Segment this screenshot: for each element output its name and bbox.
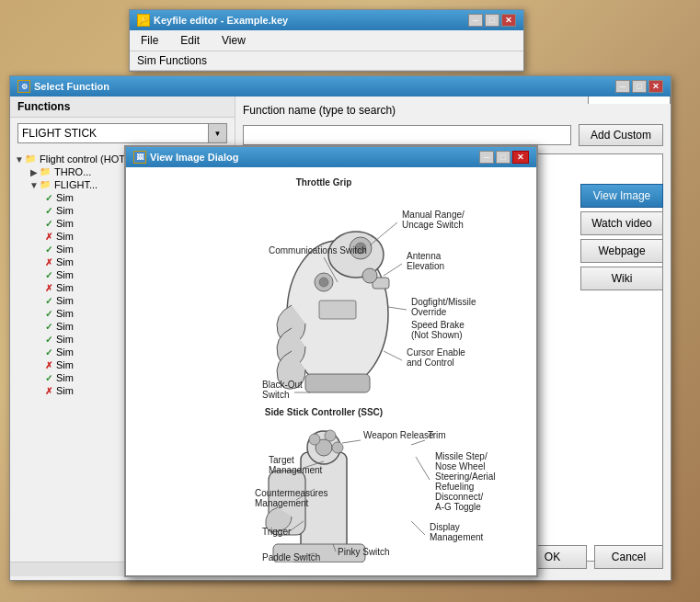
- tree-item-label: Sim: [56, 385, 74, 396]
- bottom-buttons: OK Cancel: [518, 545, 663, 569]
- search-input[interactable]: [243, 125, 571, 145]
- svg-text:Side Stick Controller (SSC): Side Stick Controller (SSC): [265, 407, 383, 417]
- keyfile-title: Keyfile editor - Example.key: [154, 15, 288, 26]
- tree-item-label: Sim: [56, 372, 74, 383]
- select-function-titlebar: ⚙ Select Function ─ □ ✕: [10, 76, 671, 97]
- status-check-icon: ✓: [43, 244, 54, 255]
- keyfile-titlebar: 🔑 Keyfile editor - Example.key ─ □ ✕: [130, 10, 523, 30]
- tree-item-label: Sim: [56, 282, 74, 293]
- svg-text:Black-Out: Black-Out: [262, 380, 303, 390]
- view-image-minimize-btn[interactable]: ─: [479, 151, 494, 164]
- tree-expand: ▼: [14, 154, 25, 165]
- watch-video-button[interactable]: Watch video: [580, 211, 663, 235]
- svg-text:Missile Step/: Missile Step/: [435, 451, 488, 461]
- svg-line-41: [342, 440, 361, 443]
- svg-text:Management: Management: [269, 465, 323, 475]
- tree-item-label: Sim: [56, 308, 74, 319]
- folder-icon: 📁: [40, 179, 52, 190]
- tree-expand: ▼: [29, 180, 40, 190]
- view-image-maximize-btn[interactable]: □: [496, 151, 511, 164]
- keyfile-win-controls: ─ □ ✕: [468, 14, 516, 27]
- keyfile-menubar: File Edit View: [130, 30, 523, 51]
- tree-item-label: Sim: [56, 269, 74, 280]
- status-x-icon: ✗: [43, 231, 54, 242]
- dropdown-arrow[interactable]: ▼: [209, 123, 227, 143]
- status-x-icon: ✗: [43, 282, 54, 293]
- svg-line-21: [388, 307, 407, 310]
- search-row: Function name (type to search): [243, 104, 663, 117]
- svg-text:Elevation: Elevation: [407, 261, 444, 271]
- svg-text:Manual Range/: Manual Range/: [402, 210, 465, 220]
- tree-item-label: Sim: [56, 205, 74, 216]
- status-check-icon: ✓: [43, 218, 54, 229]
- svg-rect-10: [305, 374, 370, 392]
- svg-text:Cursor Enable: Cursor Enable: [407, 347, 465, 358]
- status-check-icon: ✓: [43, 372, 54, 383]
- svg-text:Refueling: Refueling: [435, 482, 474, 492]
- svg-text:Disconnect/: Disconnect/: [435, 492, 483, 502]
- svg-text:Uncage Switch: Uncage Switch: [402, 220, 464, 230]
- keyfile-titlebar-left: 🔑 Keyfile editor - Example.key: [137, 14, 288, 27]
- tree-item-label: Sim: [56, 256, 74, 267]
- keyfile-menu-file[interactable]: File: [137, 32, 162, 49]
- keyfile-close-btn[interactable]: ✕: [501, 14, 516, 27]
- status-check-icon: ✓: [43, 321, 54, 332]
- svg-text:A-G Toggle: A-G Toggle: [435, 502, 481, 512]
- svg-rect-9: [319, 301, 356, 319]
- keyfile-minimize-btn[interactable]: ─: [468, 14, 483, 27]
- keyfile-menu-edit[interactable]: Edit: [177, 32, 203, 49]
- view-image-button[interactable]: View Image: [580, 184, 663, 208]
- status-x-icon: ✗: [43, 359, 54, 370]
- select-maximize-btn[interactable]: □: [632, 80, 647, 93]
- keyfile-icon: 🔑: [137, 14, 150, 27]
- add-custom-button[interactable]: Add Custom: [579, 124, 663, 146]
- svg-text:(Not Shown): (Not Shown): [411, 330, 463, 340]
- svg-text:Communications Switch: Communications Switch: [269, 245, 367, 256]
- svg-line-26: [384, 351, 402, 360]
- svg-text:Throttle Grip: Throttle Grip: [296, 177, 352, 187]
- select-function-title: Select Function: [34, 81, 109, 92]
- svg-text:Steering/Aerial: Steering/Aerial: [435, 471, 496, 482]
- svg-text:Speed Brake: Speed Brake: [411, 320, 465, 330]
- svg-point-8: [362, 268, 377, 283]
- svg-point-38: [325, 430, 336, 441]
- action-buttons-container: View Image Watch video Webpage Wiki: [580, 184, 663, 290]
- status-check-icon: ✓: [43, 192, 54, 203]
- functions-label: Functions: [10, 97, 235, 118]
- svg-text:Weapon Release: Weapon Release: [363, 430, 434, 440]
- status-check-icon: ✓: [43, 269, 54, 280]
- svg-text:Management: Management: [430, 532, 484, 542]
- status-check-icon: ✓: [43, 295, 54, 306]
- custom-tab[interactable]: Custom: [588, 97, 671, 104]
- svg-text:Pinky Switch: Pinky Switch: [338, 547, 390, 557]
- tree-item-label: Sim: [56, 244, 74, 255]
- svg-text:Switch: Switch: [262, 390, 289, 400]
- tree-item-label: Sim: [56, 334, 74, 345]
- view-image-content[interactable]: Throttle Grip: [126, 167, 536, 572]
- wiki-button[interactable]: Wiki: [580, 267, 663, 290]
- keyfile-menu-view[interactable]: View: [218, 32, 249, 49]
- select-close-btn[interactable]: ✕: [648, 80, 663, 93]
- folder-icon: 📁: [25, 153, 38, 165]
- tree-item-label: Sim: [56, 192, 74, 203]
- keyfile-maximize-btn[interactable]: □: [485, 14, 499, 27]
- status-check-icon: ✓: [43, 308, 54, 319]
- folder-icon: 📁: [40, 166, 52, 177]
- function-category-select[interactable]: FLIGHT STICK: [17, 123, 209, 143]
- view-image-titlebar: 🖼 View Image Dialog ─ □ ✕: [126, 147, 536, 167]
- view-image-close-btn[interactable]: ✕: [512, 151, 529, 164]
- svg-text:Management: Management: [255, 498, 309, 508]
- svg-point-7: [319, 278, 328, 287]
- svg-point-37: [309, 434, 320, 445]
- svg-text:Override: Override: [411, 307, 447, 317]
- svg-text:Dogfight/Missile: Dogfight/Missile: [411, 297, 476, 307]
- cancel-button[interactable]: Cancel: [594, 545, 663, 569]
- view-image-controls: ─ □ ✕: [479, 151, 529, 164]
- webpage-button[interactable]: Webpage: [580, 239, 663, 263]
- svg-point-39: [332, 442, 343, 453]
- select-function-icon: ⚙: [17, 80, 30, 93]
- select-minimize-btn[interactable]: ─: [615, 80, 630, 93]
- view-image-title: View Image Dialog: [150, 152, 238, 163]
- svg-text:Target: Target: [269, 455, 294, 465]
- keyfile-simfunc[interactable]: Sim Functions: [130, 51, 523, 71]
